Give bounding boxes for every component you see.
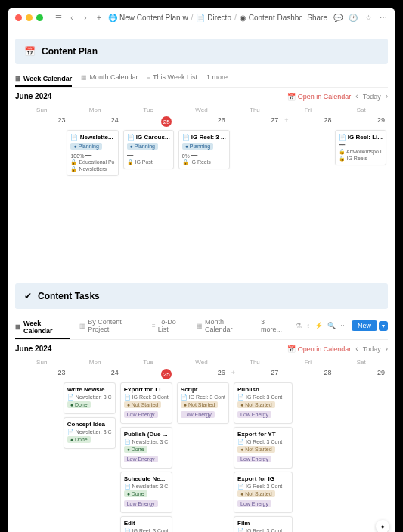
task-card[interactable]: Edit📄 IG Reel: 3 Cont● Not StartedCreati… xyxy=(120,516,172,532)
next-week[interactable]: › xyxy=(386,345,388,353)
tab-more[interactable]: 3 more... xyxy=(261,315,287,336)
month-label: June 2024 xyxy=(15,92,51,101)
task-card[interactable]: Export for YT📄 IG Reel: 3 Cont● Not Star… xyxy=(234,427,293,469)
back-icon[interactable]: ‹ xyxy=(67,13,76,22)
zap-icon[interactable]: ⚡ xyxy=(315,322,323,329)
new-tab-icon[interactable]: + xyxy=(95,13,104,22)
today-button[interactable]: Today xyxy=(363,93,381,101)
plan-cards: 📄 Newslette... ● Planning 100% ━━ 🔒 Educ… xyxy=(15,128,388,272)
open-in-calendar[interactable]: 📅 Open in Calendar xyxy=(287,345,352,353)
tab-month-calendar[interactable]: ▦Month Calendar xyxy=(81,70,138,84)
tasks-tabs: ▦Week Calendar ▥By Content Project ≡To-D… xyxy=(15,312,388,340)
task-card[interactable]: Film📄 IG Reel: 3 Cont● Not StartedOn Cam… xyxy=(234,516,293,532)
next-week[interactable]: › xyxy=(386,92,388,101)
tab-month-calendar[interactable]: ▦Month Calendar xyxy=(197,315,252,336)
prev-week[interactable]: ‹ xyxy=(355,92,358,101)
star-icon[interactable]: ☆ xyxy=(364,13,373,22)
date-row: 23 24 25 26 27 +28 29 xyxy=(15,115,388,128)
month-label: June 2024 xyxy=(15,345,51,353)
page-content: 📅 Content Plan ▦Week Calendar ▦Month Cal… xyxy=(8,27,395,532)
breadcrumb-item-1[interactable]: 📄Directory xyxy=(196,14,231,22)
today-button[interactable]: Today xyxy=(363,345,381,353)
comment-icon[interactable]: 💬 xyxy=(333,13,343,22)
prev-week[interactable]: ‹ xyxy=(355,345,358,353)
plan-card[interactable]: 📄 IG Reel: Li... ━━ 🔒 Artwork/Inspo I 🔒 … xyxy=(335,130,386,165)
maximize-window[interactable] xyxy=(36,14,43,21)
clock-icon[interactable]: 🕐 xyxy=(349,13,358,22)
task-card[interactable]: Publish📄 IG Reel: 3 Cont● Not StartedLow… xyxy=(234,382,293,424)
task-card[interactable]: Publish (Due ...📄 Newsletter: 3 C● DoneL… xyxy=(120,427,172,469)
task-card[interactable]: Schedule Ne...📄 Newsletter: 3 C● DoneLow… xyxy=(120,472,172,513)
add-event[interactable]: + xyxy=(284,116,288,124)
check-icon: ✔ xyxy=(24,291,32,302)
plan-card[interactable]: 📄 IG Reel: 3 ... ● Planning 0% ━━ 🔒 IG R… xyxy=(178,130,230,169)
forward-icon[interactable]: › xyxy=(81,13,90,22)
titlebar: ☰ ‹ › + 🌐New Content Plan with... / 📄Dir… xyxy=(8,8,395,27)
sidebar-toggle-icon[interactable]: ☰ xyxy=(54,13,63,22)
section-title: Content Tasks xyxy=(38,291,100,302)
new-dropdown[interactable]: ▾ xyxy=(379,321,388,331)
tab-this-week-list[interactable]: ≡This Week List xyxy=(147,70,197,84)
open-in-calendar[interactable]: 📅 Open in Calendar xyxy=(287,93,352,101)
task-card[interactable]: Export for IG📄 IG Reel: 3 Cont● Not Star… xyxy=(234,472,293,513)
sort-icon[interactable]: ↕ xyxy=(306,322,310,329)
section-header-plan: 📅 Content Plan xyxy=(15,39,388,64)
ai-assist-button[interactable]: ✦ xyxy=(376,520,389,532)
minimize-window[interactable] xyxy=(26,14,33,21)
plan-card[interactable]: 📄 IG Carous... ● Planning ━━ 🔒 IG Post xyxy=(123,130,174,169)
plan-tabs: ▦Week Calendar ▦Month Calendar ≡This Wee… xyxy=(15,67,388,88)
weekday-row: SunMonTueWedThuFriSat xyxy=(15,105,388,115)
tab-week-calendar[interactable]: ▦Week Calendar xyxy=(15,72,72,87)
calendar-icon: 📅 xyxy=(24,46,36,57)
section-header-tasks: ✔ Content Tasks xyxy=(15,283,388,309)
weekday-row: SunMonTueWedThuFriSat xyxy=(15,357,388,367)
tasks-cards: Write Newsle...📄 Newsletter: 3 C● DoneCo… xyxy=(15,381,388,532)
breadcrumb-item-0[interactable]: 🌐New Content Plan with... xyxy=(108,14,188,22)
breadcrumb-item-2[interactable]: ◉Content Dashboard xyxy=(240,14,303,22)
section-title: Content Plan xyxy=(42,46,98,57)
add-task[interactable]: + xyxy=(231,369,235,376)
new-button[interactable]: New xyxy=(352,320,377,331)
tab-week-calendar[interactable]: ▦Week Calendar xyxy=(15,317,70,339)
search-icon[interactable]: 🔍 xyxy=(327,322,336,329)
plan-cal-header: June 2024 📅 Open in Calendar ‹ Today › xyxy=(15,88,388,105)
more-icon[interactable]: ⋯ xyxy=(379,13,388,22)
more-icon[interactable]: ⋯ xyxy=(340,322,347,329)
plan-card[interactable]: 📄 Newslette... ● Planning 100% ━━ 🔒 Educ… xyxy=(67,130,118,176)
task-card[interactable]: Export for TT📄 IG Reel: 3 Cont● Not Star… xyxy=(120,382,172,424)
breadcrumb: 🌐New Content Plan with... / 📄Directory /… xyxy=(108,14,302,22)
filter-icon[interactable]: ⚗ xyxy=(296,322,302,329)
tab-todo-list[interactable]: ≡To-Do List xyxy=(152,315,188,336)
share-button[interactable]: Share xyxy=(307,14,327,22)
date-row: 23 24 25 26 +27 28 29 xyxy=(15,367,388,381)
task-card[interactable]: Concept Idea📄 Newsletter: 3 C● Done xyxy=(64,417,116,449)
task-card[interactable]: Script📄 IG Reel: 3 Cont● Not StartedLow … xyxy=(177,382,229,424)
traffic-lights xyxy=(15,14,43,21)
tab-more[interactable]: 1 more... xyxy=(206,70,234,84)
task-card[interactable]: Write Newsle...📄 Newsletter: 3 C● Done xyxy=(64,382,116,414)
tasks-cal-header: June 2024 📅 Open in Calendar ‹ Today › xyxy=(15,340,388,357)
close-window[interactable] xyxy=(15,14,22,21)
tab-by-project[interactable]: ▥By Content Project xyxy=(79,315,143,336)
